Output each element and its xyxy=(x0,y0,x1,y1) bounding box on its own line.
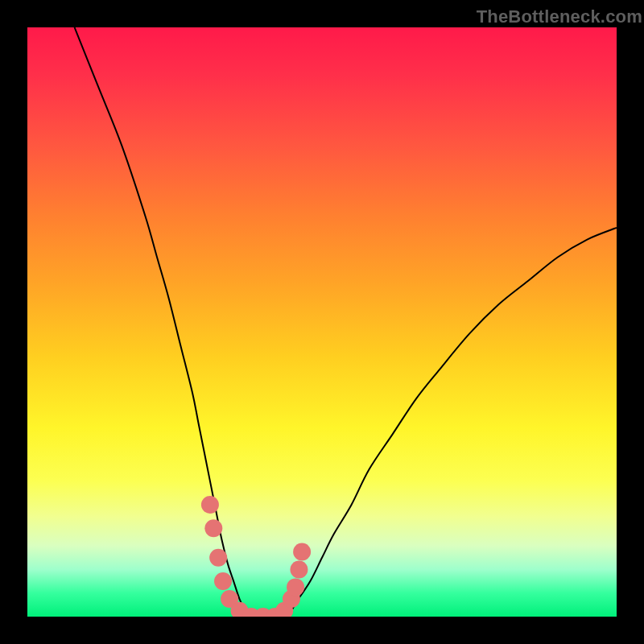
plot-area xyxy=(27,27,617,617)
data-dot xyxy=(290,560,308,578)
watermark-text: TheBottleneck.com xyxy=(477,6,642,27)
data-dot xyxy=(201,496,219,514)
data-dot xyxy=(214,572,232,590)
outer-frame: TheBottleneck.com xyxy=(0,0,644,644)
bottleneck-curve xyxy=(75,27,617,617)
data-dot xyxy=(204,519,222,537)
chart-svg xyxy=(27,27,617,617)
data-dot xyxy=(209,549,227,567)
data-dot xyxy=(293,543,311,560)
data-dot xyxy=(287,578,304,596)
